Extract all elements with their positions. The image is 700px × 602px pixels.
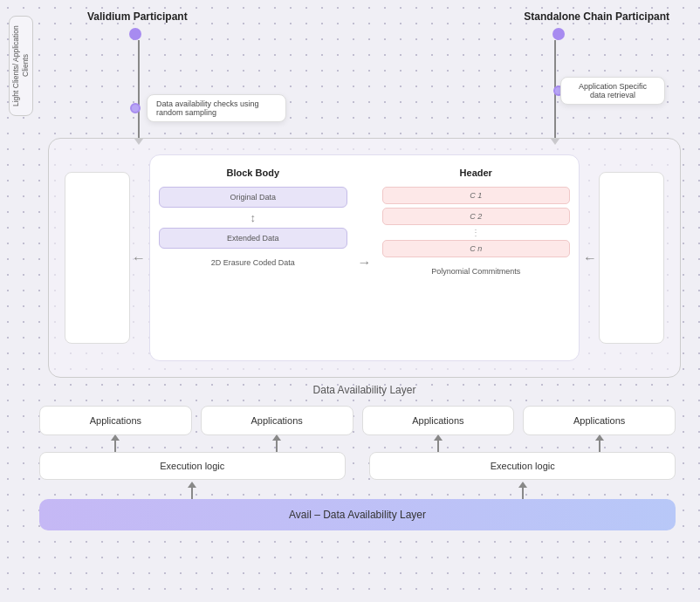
center-content-box: Block Body Original Data ↕ Extended Data… (149, 154, 580, 361)
app-arrows-row (39, 434, 676, 452)
commitment-n: C n (382, 240, 571, 257)
light-clients-box: Light Clients/ Application Clients (9, 16, 33, 116)
arrow-app-4 (595, 434, 604, 452)
dot-validium-arrow (130, 103, 141, 113)
arrow-left-icon: ← (132, 250, 146, 266)
exec-arrow-row (39, 482, 676, 499)
right-white-box (599, 172, 664, 344)
extended-data-box: Extended Data (159, 228, 347, 249)
coded-data-label: 2D Erasure Coded Data (159, 257, 347, 270)
app-box-2: Applications (201, 406, 353, 435)
validium-label: Validium Participant (87, 10, 188, 23)
arrow-app-2 (272, 434, 281, 452)
arrow-app-3 (434, 434, 443, 452)
commitment-2: C 2 (382, 208, 571, 225)
tooltip-validium: Data availability checks using random sa… (147, 94, 286, 122)
arrow-app-1 (111, 434, 120, 452)
exec-box-left: Execution logic (39, 452, 346, 480)
light-clients-label: Light Clients/ Application Clients (11, 17, 31, 115)
left-white-box (65, 172, 130, 344)
double-arrow: ↕ (159, 208, 347, 228)
center-arrow: → (358, 168, 372, 348)
main-diagram: Light Clients/ Application Clients Valid… (0, 0, 700, 602)
header-title: Header (382, 168, 571, 178)
arrow-exec-left (188, 482, 196, 499)
dots-vertical: ⋮ (382, 228, 571, 237)
dot-standalone (552, 28, 565, 40)
commitment-1: C 1 (382, 187, 571, 204)
da-layer-box: Data Availability Layer ← ← Block Body O… (48, 138, 681, 378)
original-data-box: Original Data (159, 187, 347, 208)
arrow-validium (134, 40, 143, 145)
tooltip-standalone: Application Specific data retrieval (560, 77, 665, 105)
exec-spacer (354, 452, 361, 480)
exec-box-right: Execution logic (369, 452, 676, 480)
arrow-right-icon: ← (583, 250, 597, 266)
avail-layer: Avail – Data Availability Layer (39, 499, 676, 530)
da-layer-title: Data Availability Layer (313, 384, 416, 396)
standalone-label: Standalone Chain Participant (524, 10, 669, 23)
header-section: Header C 1 C 2 ⋮ C n Polynomial Commitme… (382, 168, 571, 348)
arrow-exec-right (518, 482, 527, 499)
dot-validium (129, 28, 141, 40)
applications-row: Applications Applications Applications A… (39, 406, 676, 435)
app-box-3: Applications (362, 406, 515, 435)
block-body-title: Block Body (159, 168, 347, 178)
app-box-1: Applications (39, 406, 192, 435)
polynomial-label: Polynomial Commitments (382, 266, 571, 278)
block-body-section: Block Body Original Data ↕ Extended Data… (159, 168, 347, 348)
app-box-4: Applications (523, 406, 676, 435)
exec-row: Execution logic Execution logic (39, 452, 676, 480)
